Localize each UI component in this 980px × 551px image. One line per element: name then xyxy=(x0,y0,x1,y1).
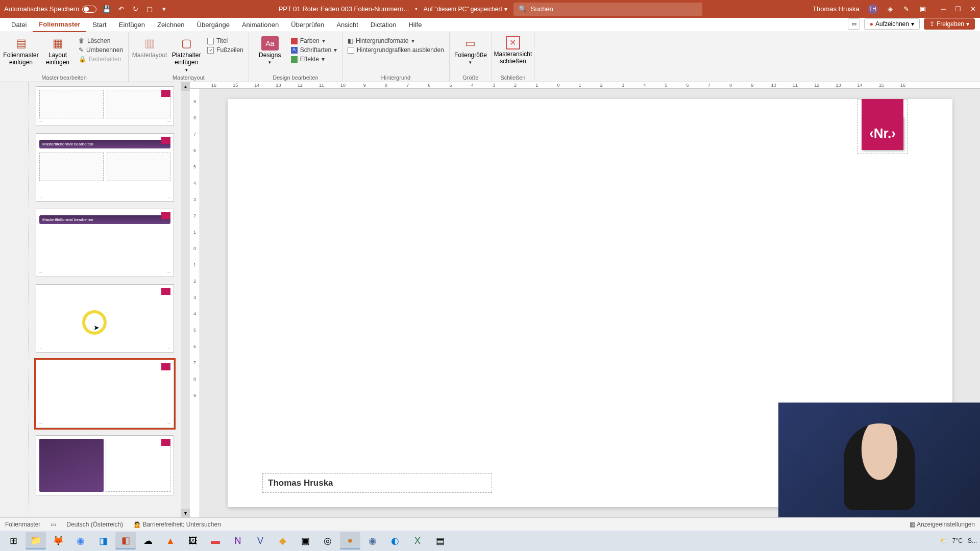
slide-size-button[interactable]: ▭Foliengröße▾ xyxy=(455,34,486,65)
tab-datei[interactable]: Datei xyxy=(5,19,33,32)
undo-icon[interactable]: ↶ xyxy=(117,5,125,13)
tab-uebergaenge[interactable]: Übergänge xyxy=(191,19,236,32)
layout-thumbnail-selected[interactable]: —— xyxy=(36,360,174,428)
designs-button[interactable]: AaDesigns▾ xyxy=(254,34,286,65)
taskbar-explorer[interactable]: 📁 xyxy=(26,532,46,549)
tab-start[interactable]: Start xyxy=(86,19,112,32)
layout-thumbnail[interactable]: Mastertitelformat bearbeiten —— xyxy=(36,209,174,277)
record-button[interactable]: ●Aufzeichnen▾ xyxy=(864,18,920,30)
preserve-button[interactable]: 🔒Beibehalten xyxy=(79,56,123,63)
slide-canvas[interactable]: ‹Nr.› Thomas Hruska xyxy=(200,89,980,517)
effects-icon xyxy=(291,56,298,63)
rename-button[interactable]: ✎Umbenennen xyxy=(79,46,123,54)
taskbar-firefox[interactable]: 🦊 xyxy=(48,532,68,549)
minimize-icon[interactable]: ─ xyxy=(941,5,946,13)
delete-icon: 🗑 xyxy=(79,37,85,44)
taskbar-app[interactable]: ▣ xyxy=(295,532,315,549)
window-icon[interactable]: ▣ xyxy=(919,5,927,13)
masterlayout-icon: ▥ xyxy=(141,36,158,51)
statusbar: Folienmaster ▭ Deutsch (Österreich) 🙍 Ba… xyxy=(0,517,980,531)
taskbar-app[interactable]: ◉ xyxy=(362,532,383,549)
status-display-settings[interactable]: ▦ Anzeigeeinstellungen xyxy=(910,521,975,528)
ribbon: ▤Folienmaster einfügen ▦Layout einfügen … xyxy=(0,32,980,82)
status-language[interactable]: Deutsch (Österreich) xyxy=(66,521,123,528)
search-input[interactable]: 🔍 Suchen xyxy=(513,3,702,16)
insert-slide-master-button[interactable]: ▤Folienmaster einfügen xyxy=(5,34,37,66)
scroll-up-icon[interactable]: ▲ xyxy=(181,82,190,91)
tab-ueberpruefen[interactable]: Überprüfen xyxy=(285,19,330,32)
taskbar-app[interactable]: ☁ xyxy=(138,532,158,549)
present-icon[interactable]: ▢ xyxy=(145,5,154,13)
masterlayout-button[interactable]: ▥Masterlayout xyxy=(134,34,165,59)
group-label: Design bearbeiten xyxy=(254,73,337,81)
footer-placeholder[interactable]: Thomas Hruska xyxy=(262,473,492,493)
tab-animationen[interactable]: Animationen xyxy=(236,19,285,32)
preserve-icon: 🔒 xyxy=(79,56,86,63)
hide-bg-checkbox[interactable]: Hintergrundgrafiken ausblenden xyxy=(348,46,444,54)
maximize-icon[interactable]: ☐ xyxy=(955,5,961,13)
page-number-placeholder[interactable]: ‹Nr.› xyxy=(862,99,903,150)
chevron-down-icon: ▾ xyxy=(322,37,325,44)
taskbar-obs[interactable]: ◎ xyxy=(317,532,338,549)
scroll-down-icon[interactable]: ▼ xyxy=(181,509,190,517)
weather-icon[interactable]: ⛅ xyxy=(940,537,947,544)
redo-icon[interactable]: ↻ xyxy=(131,5,139,13)
document-title[interactable]: PPT 01 Roter Faden 003 Folien-Nummern... xyxy=(279,5,409,13)
footer-checkbox[interactable]: ✓Fußzeilen xyxy=(207,46,243,54)
dropdown-icon[interactable]: ▾ xyxy=(160,5,168,13)
taskbar-onenote[interactable]: N xyxy=(228,532,248,549)
taskbar-chrome[interactable]: ◉ xyxy=(70,532,91,549)
menubar: Datei Folienmaster Start Einfügen Zeichn… xyxy=(0,18,980,32)
tab-dictation[interactable]: Dictation xyxy=(364,19,403,32)
tab-zeichnen[interactable]: Zeichnen xyxy=(151,19,190,32)
taskbar-visio[interactable]: V xyxy=(250,532,271,549)
taskbar-app[interactable]: ▬ xyxy=(205,532,226,549)
taskbar-vlc[interactable]: ▲ xyxy=(160,532,181,549)
title-checkbox[interactable]: Titel xyxy=(207,37,243,44)
colors-button[interactable]: Farben ▾ xyxy=(291,37,337,44)
weather-temp[interactable]: 7°C xyxy=(952,537,963,544)
user-avatar[interactable]: TH xyxy=(868,4,878,14)
bg-formats-button[interactable]: ◧Hintergrundformate ▾ xyxy=(348,37,444,44)
taskbar-app[interactable]: ● xyxy=(340,532,360,549)
autosave-toggle[interactable]: Automatisches Speichern xyxy=(4,5,96,13)
layout-thumbnail[interactable]: ➤ —— xyxy=(36,284,174,353)
status-view[interactable]: Folienmaster xyxy=(5,521,40,528)
start-button[interactable]: ⊞ xyxy=(3,532,23,549)
collapse-ribbon-button[interactable]: ▭ xyxy=(848,18,860,30)
saved-location[interactable]: Auf "diesem PC" gespeichert ▾ xyxy=(424,6,507,13)
thumbnail-panel: —— Mastertitelformat bearbeiten —— Maste… xyxy=(0,82,190,517)
fonts-button[interactable]: ASchriftarten ▾ xyxy=(291,46,337,54)
pen-icon[interactable]: ✎ xyxy=(902,5,911,13)
effects-button[interactable]: Effekte ▾ xyxy=(291,56,337,63)
titlebar: Automatisches Speichern 💾 ↶ ↻ ▢ ▾ PPT 01… xyxy=(0,0,980,18)
group-label: Master bearbeiten xyxy=(5,73,123,81)
tab-einfuegen[interactable]: Einfügen xyxy=(113,19,151,32)
diamond-icon[interactable]: ◈ xyxy=(886,5,894,13)
insert-layout-button[interactable]: ▦Layout einfügen xyxy=(42,34,74,66)
close-master-button[interactable]: ✕Masteransicht schließen xyxy=(497,34,529,65)
tab-ansicht[interactable]: Ansicht xyxy=(330,19,364,32)
layout-thumbnail[interactable] xyxy=(36,435,174,495)
taskbar-powerpoint[interactable]: ◧ xyxy=(115,532,136,549)
username-label[interactable]: Thomas Hruska xyxy=(813,5,860,13)
taskbar-outlook[interactable]: ◨ xyxy=(93,532,113,549)
tab-hilfe[interactable]: Hilfe xyxy=(402,19,428,32)
tab-folienmaster[interactable]: Folienmaster xyxy=(33,18,86,32)
taskbar-app[interactable]: ◆ xyxy=(273,532,293,549)
save-icon[interactable]: 💾 xyxy=(103,5,111,13)
thumbnail-scrollbar[interactable]: ▲ ▼ xyxy=(181,82,190,517)
taskbar-edge[interactable]: ◐ xyxy=(385,532,405,549)
insert-placeholder-button[interactable]: ▢Platzhalter einfügen▾ xyxy=(170,34,202,73)
taskbar-app[interactable]: 🖼 xyxy=(183,532,203,549)
close-icon[interactable]: ✕ xyxy=(970,5,976,13)
status-accessibility[interactable]: 🙍 Barrierefreiheit: Untersuchen xyxy=(133,521,221,528)
layout-thumbnail[interactable]: —— xyxy=(36,86,174,126)
ruler-horizontal: 1615141312111098765432101234567891011121… xyxy=(190,82,980,89)
taskbar-app[interactable]: ▤ xyxy=(430,532,450,549)
share-button[interactable]: ⇪Freigeben▾ xyxy=(924,18,975,30)
layout-thumbnail[interactable]: Mastertitelformat bearbeiten —— xyxy=(36,133,174,202)
delete-button[interactable]: 🗑Löschen xyxy=(79,37,123,44)
status-accessibility-icon: ▭ xyxy=(51,521,56,528)
taskbar-excel[interactable]: X xyxy=(407,532,428,549)
